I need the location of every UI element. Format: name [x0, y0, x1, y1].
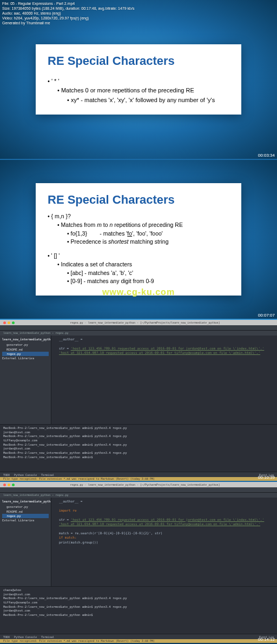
meta-video: Video: h264, yuv420p, 1280x720, 29.97 fp…	[2, 16, 134, 21]
project-root[interactable]: learn_now_intermediate_python	[2, 337, 49, 341]
thumbnail-frame-4: regex.py - learn_now_intermediate_python…	[0, 482, 277, 643]
info-bar[interactable]: File type recognized: File extension *.m…	[0, 477, 277, 481]
terminal-line: MacBook-Pro-2:learn_now_intermediate_pyt…	[3, 443, 274, 447]
slide-title: RE Special Characters	[48, 193, 229, 207]
file-item[interactable]: README.md	[2, 347, 49, 352]
close-icon[interactable]	[3, 484, 6, 486]
terminal-line: MacBook-Pro-2:learn_now_intermediate_pyt…	[3, 605, 274, 609]
watermark: www.cg-ku.com	[102, 287, 175, 297]
todo-tab[interactable]: TODO	[3, 473, 10, 477]
maximize-icon[interactable]	[12, 321, 15, 324]
bullet: [0-9] - matches any digit from 0-9	[67, 277, 229, 286]
file-item-selected[interactable]: regex.py	[2, 514, 49, 518]
media-info-overlay: File: 05 - Regular Expressions - Part 2.…	[2, 1, 134, 25]
bullet: ' [] '	[48, 252, 229, 260]
string-literal: 'host at 123.456.789.01 requested access…	[71, 346, 265, 350]
info-bar[interactable]: File type recognized: File extension *.m…	[0, 639, 277, 643]
code-line: str =	[59, 518, 71, 521]
project-sidebar[interactable]: learn_now_intermediate_python generator.…	[0, 498, 51, 586]
code-editor[interactable]: __author__ = str = 'host at 123.456.789.…	[51, 336, 277, 424]
bullet: [abc] - matches 'a', 'b', 'c'	[67, 269, 229, 278]
window-title: regex.py - learn_now_intermediate_python…	[70, 321, 220, 324]
code-line: __author__ =	[59, 337, 82, 341]
slide-2: RE Special Characters { m,n }? Matches f…	[36, 183, 241, 296]
window-titlebar: regex.py - learn_now_intermediate_python…	[0, 320, 277, 325]
terminal-line: MacBook-Pro-2:learn_now_intermediate_pyt…	[3, 455, 274, 460]
code-line: if match:	[59, 535, 77, 539]
file-item[interactable]: generator.py	[2, 343, 49, 347]
terminal-panel[interactable]: chaos@whoo jordan@test.com MacBook-Pro-2…	[0, 586, 277, 634]
string-literal: 'host at 321.654.987.10 requested access…	[59, 351, 260, 354]
python-console-tab[interactable]: Python Console	[14, 473, 37, 477]
code-editor[interactable]: __author__ = import re str = 'host at 12…	[51, 498, 277, 586]
external-libraries[interactable]: External Libraries	[2, 518, 49, 522]
code-line: print(match.group())	[59, 540, 98, 544]
minimize-icon[interactable]	[8, 484, 10, 486]
terminal-line: MacBook-Pro-2:learn_now_intermediate_pyt…	[3, 613, 274, 618]
status-bar: TODO Python Console Terminal Event Log	[0, 472, 277, 477]
file-item-selected[interactable]: regex.py	[2, 352, 49, 356]
bullet: ' * '	[48, 77, 229, 86]
ide-window: regex.py - learn_now_intermediate_python…	[0, 320, 277, 481]
meta-audio: Audio: aac, 48000 Hz, stereo (eng)	[2, 11, 134, 16]
ide-window: regex.py - learn_now_intermediate_python…	[0, 482, 277, 643]
bullet: Matches from m to n repetitions of prece…	[57, 221, 229, 230]
slide-1: RE Special Characters ' * ' Matches 0 or…	[36, 44, 241, 115]
maximize-icon[interactable]	[12, 484, 15, 486]
terminal-line: MacBook-Pro-2:learn_now_intermediate_pyt…	[3, 434, 274, 439]
terminal-line: MacBook-Pro-2:learn_now_intermediate_pyt…	[3, 596, 274, 601]
terminal-line: tiffany@example.com	[3, 439, 274, 443]
code-line: str =	[59, 346, 71, 350]
code-line: match = re.search(r'[0-9]{4}-[0-9]{2}-[0…	[59, 531, 162, 535]
frame-timestamp: 00:10:39	[258, 475, 275, 480]
bullet: { m,n }?	[48, 212, 229, 221]
meta-file: File: 05 - Regular Expressions - Part 2.…	[2, 1, 134, 6]
terminal-line: jordan@test.com	[3, 593, 274, 597]
breadcrumb[interactable]: learn_now_intermediate_python › regex.py	[0, 331, 277, 336]
string-literal: 'host at 123.456.789.01 requested access…	[71, 518, 265, 521]
terminal-line: MacBook-Pro-2:learn_now_intermediate_pyt…	[3, 426, 274, 431]
terminal-panel[interactable]: MacBook-Pro-2:learn_now_intermediate_pyt…	[0, 424, 277, 472]
close-icon[interactable]	[3, 321, 6, 324]
meta-generated: Generated by Thumbnail me	[2, 21, 134, 25]
minimize-icon[interactable]	[8, 321, 10, 324]
project-root[interactable]: learn_now_intermediate_python	[2, 499, 49, 504]
frame-timestamp: 00:03:34	[258, 153, 275, 158]
python-console-tab[interactable]: Python Console	[14, 635, 37, 639]
breadcrumb[interactable]: learn_now_intermediate_python › regex.py	[0, 493, 277, 498]
project-sidebar[interactable]: learn_now_intermediate_python generator.…	[0, 336, 51, 424]
status-bar: TODO Python Console Terminal Event Log	[0, 634, 277, 639]
terminal-line: MacBook-Pro-2:learn_now_intermediate_pyt…	[3, 451, 274, 455]
thumbnail-frame-2: RE Special Characters { m,n }? Matches f…	[0, 160, 277, 319]
string-literal: 'host at 321.654.987.10 requested access…	[59, 522, 260, 526]
window-title: regex.py - learn_now_intermediate_python…	[70, 483, 220, 486]
bullet: fo{1,3} - matches 'fo', 'foo', 'fooo'	[67, 230, 229, 238]
terminal-line: tiffany@example.com	[3, 601, 274, 605]
window-titlebar: regex.py - learn_now_intermediate_python…	[0, 482, 277, 487]
terminal-line: jordan@test.com	[3, 447, 274, 451]
code-line: import re	[59, 508, 77, 512]
meta-size: Size: 197384050 bytes (188.24 MiB), dura…	[2, 6, 134, 11]
terminal-tab[interactable]: Terminal	[41, 473, 54, 477]
terminal-tab[interactable]: Terminal	[41, 635, 54, 639]
terminal-line: chaos@whoo	[3, 588, 274, 593]
code-line: __author__ =	[59, 499, 82, 503]
thumbnail-frame-3: regex.py - learn_now_intermediate_python…	[0, 320, 277, 481]
bullet: Matches 0 or more repetitions of the pre…	[57, 86, 229, 96]
frame-timestamp: 00:14:12	[258, 637, 275, 642]
terminal-line: jordan@test.com	[3, 609, 274, 613]
external-libraries[interactable]: External Libraries	[2, 356, 49, 360]
toolbar[interactable]	[0, 487, 277, 493]
slide-title: RE Special Characters	[48, 54, 229, 68]
terminal-line: jordan@test.com	[3, 431, 274, 435]
toolbar[interactable]	[0, 325, 277, 331]
bullet: xy* - matches 'x', 'xy', 'x' followed by…	[67, 96, 229, 105]
file-item[interactable]: README.md	[2, 509, 49, 514]
frame-timestamp: 00:07:07	[258, 313, 275, 318]
bullet: Precedence is shortest matching string	[67, 238, 229, 246]
bullet: Indicates a set of characters	[57, 260, 229, 269]
todo-tab[interactable]: TODO	[3, 635, 10, 639]
file-item[interactable]: generator.py	[2, 505, 49, 509]
